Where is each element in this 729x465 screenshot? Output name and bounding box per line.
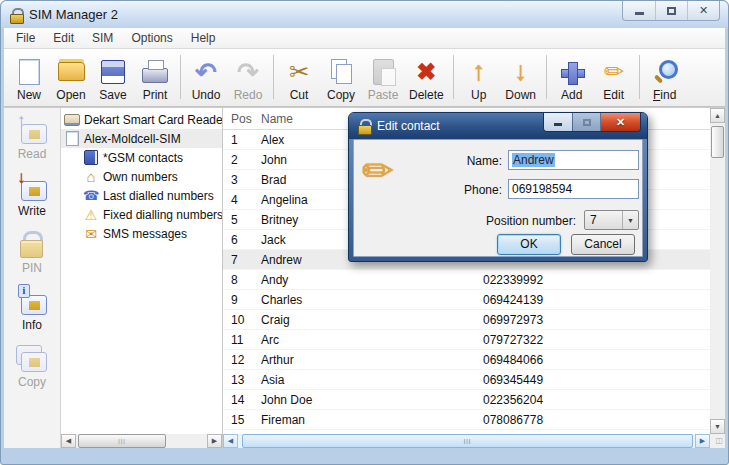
- scroll-up-button[interactable]: ▲: [710, 108, 725, 123]
- sim-copy-icon: [15, 343, 49, 373]
- scroll-down-button[interactable]: ▼: [710, 419, 725, 434]
- chevron-down-icon: ▼: [622, 211, 638, 229]
- sim-tree: Dekart Smart Card Reader ( Alex-Moldcell…: [61, 110, 222, 434]
- toolbar-button[interactable]: New: [8, 51, 50, 103]
- cell-pos: 3: [223, 173, 261, 187]
- dialog-buttons: OK Cancel: [354, 234, 642, 256]
- tree-horizontal-scrollbar: ◀ ||| ▶: [61, 434, 222, 448]
- sidebar-button[interactable]: Read: [4, 115, 60, 161]
- name-field[interactable]: Andrew: [508, 150, 639, 170]
- cell-pos: 9: [223, 293, 261, 307]
- menu-bar: File Edit SIM Options Help: [4, 28, 725, 49]
- sidebar-button[interactable]: PIN: [4, 229, 60, 275]
- sidebar-button[interactable]: Copy: [4, 343, 60, 389]
- cell-pos: 12: [223, 353, 261, 367]
- cell-name: Fireman: [261, 413, 483, 427]
- contact-row[interactable]: 9 Charles 069424139: [223, 290, 710, 310]
- toolbar-button-label: Copy: [327, 88, 355, 102]
- menu-item[interactable]: File: [8, 29, 43, 47]
- name-label: Name:: [354, 154, 502, 168]
- toolbar-button-label: Cut: [290, 88, 309, 102]
- toolbar-button-label: Edit: [603, 88, 624, 102]
- sidebar-button-label: Read: [18, 147, 47, 161]
- scroll-left-button[interactable]: ◀: [223, 434, 238, 448]
- dialog-close-button[interactable]: ✕: [600, 113, 640, 131]
- dialog-padlock-icon: [357, 119, 371, 133]
- dialog-title: Edit contact: [377, 119, 440, 133]
- sidebar-button-label: Copy: [18, 375, 46, 389]
- sidebar-button[interactable]: Info: [4, 286, 60, 332]
- toolbar-button-label: Paste: [368, 88, 399, 102]
- save-floppy-icon: [98, 57, 128, 87]
- tree-item[interactable]: Dekart Smart Card Reader (: [61, 110, 222, 129]
- tree-item[interactable]: SMS messages: [61, 224, 222, 243]
- toolbar-button[interactable]: Copy: [320, 51, 362, 103]
- sidebar-button[interactable]: Write: [4, 172, 60, 218]
- cut-scissors-icon: [284, 57, 314, 87]
- selected-text: Andrew: [512, 153, 555, 167]
- column-header-pos[interactable]: Pos: [223, 112, 261, 126]
- contact-row[interactable]: 13 Asia 069345449: [223, 370, 710, 390]
- window-title: SIM Manager 2: [29, 7, 118, 22]
- minimize-button[interactable]: [623, 1, 655, 20]
- contact-row[interactable]: 12 Arthur 069484066: [223, 350, 710, 370]
- contact-row[interactable]: 15 Fireman 078086778: [223, 410, 710, 430]
- toolbar-button[interactable]: [269, 53, 278, 101]
- tree-item[interactable]: Last dialled numbers: [61, 186, 222, 205]
- scroll-left-button[interactable]: ◀: [61, 434, 76, 448]
- cell-name: Arthur: [261, 353, 483, 367]
- toolbar-button[interactable]: [449, 53, 458, 101]
- table-scroll-thumb[interactable]: |||: [242, 434, 693, 448]
- tree-item[interactable]: Own numbers: [61, 167, 222, 186]
- toolbar-button-label: New: [17, 88, 41, 102]
- app-padlock-icon: [9, 8, 23, 22]
- menu-item[interactable]: Edit: [45, 29, 82, 47]
- scroll-right-button[interactable]: ▶: [207, 434, 222, 448]
- tree-item-label: Fixed dialling numbers: [103, 208, 222, 222]
- find-magnifier-icon: [650, 57, 680, 87]
- vertical-scroll-thumb[interactable]: [711, 126, 724, 158]
- sim-write-icon: [15, 172, 49, 202]
- tree-scroll-track[interactable]: |||: [76, 434, 207, 448]
- window-controls: ✕: [622, 1, 720, 21]
- contact-row[interactable]: 11 Arc 079727322: [223, 330, 710, 350]
- position-number-select[interactable]: 7 ▼: [584, 210, 639, 230]
- tree-item[interactable]: Alex-Moldcell-SIM: [61, 129, 222, 148]
- toolbar-button[interactable]: [635, 53, 644, 101]
- tree-item-label: Dekart Smart Card Reader (: [84, 113, 222, 127]
- maximize-button[interactable]: [655, 1, 687, 20]
- phone-field[interactable]: 069198594: [508, 179, 639, 199]
- cell-pos: 10: [223, 313, 261, 327]
- table-horizontal-scrollbar: ◀ ||| ▶: [223, 434, 710, 448]
- ok-button[interactable]: OK: [497, 234, 561, 255]
- contact-row[interactable]: 10 Craig 069972973: [223, 310, 710, 330]
- tree-item[interactable]: Fixed dialling numbers: [61, 205, 222, 224]
- sidebar-button-label: Info: [22, 318, 42, 332]
- dialog-minimize-button[interactable]: [544, 113, 572, 131]
- table-vertical-scrollbar: ▲ ▼: [710, 108, 725, 434]
- cell-pos: 8: [223, 273, 261, 287]
- menu-item[interactable]: Options: [123, 29, 180, 47]
- toolbar-button[interactable]: [176, 53, 185, 101]
- toolbar-button[interactable]: Paste: [362, 51, 404, 103]
- toolbar-button[interactable]: [542, 53, 551, 101]
- dialog-maximize-button[interactable]: [572, 113, 600, 131]
- menu-item[interactable]: Help: [183, 29, 224, 47]
- phone-handset-icon: [83, 188, 99, 203]
- table-scroll-track[interactable]: |||: [238, 434, 695, 448]
- cell-phone: 079727322: [483, 333, 710, 347]
- contact-row[interactable]: 14 John Doe 022356204: [223, 390, 710, 410]
- tree-pane: Dekart Smart Card Reader ( Alex-Moldcell…: [61, 108, 223, 448]
- toolbar-button[interactable]: Save: [92, 51, 134, 103]
- contact-row[interactable]: 8 Andy 022339992: [223, 270, 710, 290]
- phone-label: Phone:: [354, 183, 502, 197]
- tree-item[interactable]: *GSM contacts: [61, 148, 222, 167]
- action-sidebar: Read Write PIN Info: [4, 108, 61, 448]
- cancel-button[interactable]: Cancel: [571, 234, 635, 255]
- menu-item[interactable]: SIM: [84, 29, 121, 47]
- tree-scroll-thumb[interactable]: |||: [78, 434, 166, 448]
- close-button[interactable]: ✕: [687, 1, 719, 20]
- scroll-right-button[interactable]: ▶: [695, 434, 710, 448]
- toolbar-button[interactable]: Open: [50, 51, 92, 103]
- envelope-icon: [83, 226, 99, 241]
